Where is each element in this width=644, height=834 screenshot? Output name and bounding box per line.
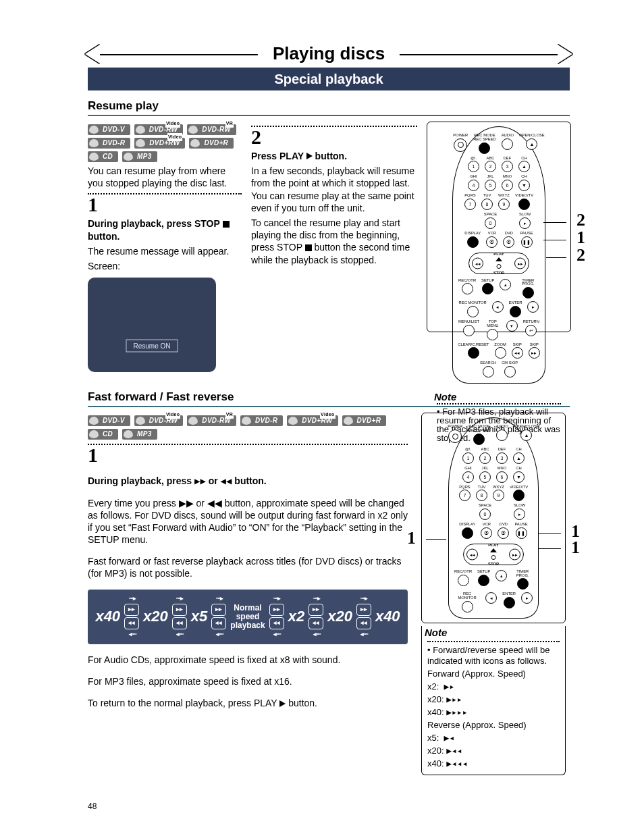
step2-instruction: Press PLAY button. (251, 150, 417, 162)
tv-screen-mock: Resume ON (88, 278, 216, 372)
page-title: Playing discs (258, 43, 400, 66)
note-body: • Forward/reverse speed will be indicate… (422, 645, 565, 775)
heading-rule (88, 115, 570, 116)
badge-mp3: MP3 (122, 429, 157, 440)
ff-body2: Fast forward or fast reverse playback ac… (88, 555, 408, 579)
badge-dvd-v: DVD-V (88, 415, 130, 426)
section-bar: Special playback (88, 68, 570, 90)
play-stop-pad-icon: PLAY ◂◂ ▸▸ STOP (463, 544, 524, 565)
screen-label: Screen: (88, 260, 242, 272)
remote-figure: POWER REC MODE REC SPEED AUDIO OPEN/CLOS… (421, 413, 566, 623)
ff-post1: For Audio CDs, approximate speed is fixe… (88, 654, 408, 666)
badge-dvd-plus-rw: DVD+RWVideo (134, 138, 185, 149)
note-rule (427, 641, 560, 642)
ff-step1-instruction: During playback, press ▶▶ or ◀◀ button. (88, 475, 408, 487)
resume-col-left: DVD-V DVD-RWVideo DVD-RWVR DVD-R DVD+RWV… (88, 122, 242, 372)
badge-dvd-plus-r: DVD+R (342, 415, 387, 426)
ff-post3: To return to the normal playback, press … (88, 697, 408, 709)
disc-badges: DVD-V DVD-RWVideo DVD-RWVR (88, 124, 242, 135)
note-title: Note (434, 392, 564, 402)
resume-col-right: POWER REC MODE REC SPEED AUDIO OPEN/CLOS… (427, 122, 571, 372)
fwd-x20-icon: ▶▸▸ (446, 694, 462, 704)
badge-cd: CD (88, 151, 118, 162)
rev-x20-icon: ▶◂◂ (446, 746, 462, 756)
step-number: 2 (251, 127, 417, 147)
resume-col-mid: 2 Press PLAY button. In a few seconds, p… (251, 122, 417, 372)
badge-dvd-plus-rw: DVD+RWVideo (287, 415, 338, 426)
play-icon (306, 153, 313, 159)
badge-dvd-r: DVD-R (88, 138, 130, 149)
disc-badges: CD MP3 (88, 429, 408, 440)
rev-x40-icon: ▶◂◂◂ (446, 758, 467, 768)
callout-1: 1 (571, 539, 580, 556)
badge-dvd-plus-r: DVD+R (189, 138, 234, 149)
page-title-banner: Playing discs (88, 41, 570, 68)
resume-on-indicator: Resume ON (126, 340, 178, 353)
note-title: Note (425, 626, 562, 640)
page-number: 48 (88, 802, 97, 812)
step-number: 1 (88, 194, 242, 215)
resume-heading: Resume play (88, 99, 570, 113)
ff-col-left: DVD-V DVD-RWVideo DVD-RWVR DVD-R DVD+RWV… (88, 413, 408, 775)
step-number: 1 (88, 445, 408, 465)
disc-badges: DVD-R DVD+RWVideo DVD+R (88, 138, 242, 149)
badge-dvd-rw-vr: DVD-RWVR (187, 415, 236, 426)
fwd-x40-icon: ▶▸▸▸ (446, 707, 467, 717)
stop-icon (223, 221, 230, 228)
ff-post2: For MP3 files, approximate speed is fixe… (88, 675, 408, 687)
remote-figure: POWER REC MODE REC SPEED AUDIO OPEN/CLOS… (427, 122, 571, 332)
speed-diagram: x40 ┄┄▸▸▸◂◂◂┄┄ x20 ┄┄▸▸▸◂◂◂┄┄ x5 ┄┄▸▸▸◂◂… (88, 590, 408, 644)
badge-dvd-rw-vr: DVD-RWVR (187, 124, 236, 135)
disc-badges: DVD-V DVD-RWVideo DVD-RWVR DVD-R DVD+RWV… (88, 415, 408, 426)
badge-dvd-r: DVD-R (240, 415, 283, 426)
step1-instruction: During playback, press STOP button. (88, 217, 242, 242)
note-rule (437, 403, 561, 405)
ff-body1: Every time you press ▶▶ or ◀◀ button, ap… (88, 497, 408, 546)
step1-body: The resume message will appear. (88, 245, 242, 257)
play-stop-pad-icon: PLAY ◂◂ ▸▸ STOP (468, 253, 529, 274)
badge-mp3: MP3 (122, 151, 157, 162)
callout-1: 1 (407, 529, 416, 547)
ff-col-right: POWER REC MODE REC SPEED AUDIO OPEN/CLOS… (421, 413, 566, 775)
step2-body1: In a few seconds, playback will resume f… (251, 165, 417, 214)
step2-body2: To cancel the resume play and start play… (251, 217, 417, 266)
callout-1: 1 (576, 229, 585, 246)
rev-x5-icon: ▶◂ (444, 733, 455, 743)
callout-2: 2 (576, 246, 585, 264)
resume-intro: You can resume play from where you stopp… (88, 165, 242, 189)
disc-badges: CD MP3 (88, 151, 242, 162)
callout-2: 2 (576, 211, 585, 229)
badge-dvd-v: DVD-V (88, 124, 130, 135)
stop-icon (305, 244, 312, 251)
play-icon (279, 700, 286, 707)
fwd-x2-icon: ▶▸ (444, 681, 455, 692)
badge-dvd-rw-video: DVD-RWVideo (134, 415, 184, 426)
remote-control-icon: POWER REC MODE REC SPEED AUDIO OPEN/CLOS… (448, 417, 539, 619)
badge-cd: CD (88, 429, 118, 440)
remote-control-icon: POWER REC MODE REC SPEED AUDIO OPEN/CLOS… (452, 126, 545, 384)
